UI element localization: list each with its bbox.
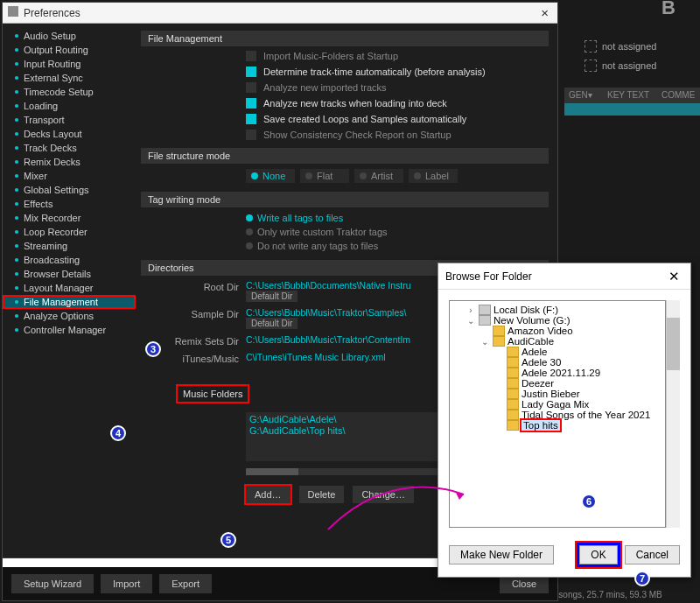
tree-item-local-disk-f[interactable]: ›Local Disk (F:): [452, 305, 663, 315]
app-icon: [8, 6, 18, 17]
import-button[interactable]: Import: [101, 574, 152, 593]
fsm-flat[interactable]: Flat: [300, 169, 349, 183]
tree-scrollbar[interactable]: [666, 300, 680, 528]
check-analyze-imported[interactable]: Analyze new imported tracks: [141, 81, 549, 94]
twm-all[interactable]: Write all tags to files: [246, 211, 549, 225]
folder-tree[interactable]: ›Local Disk (F:) ⌄New Volume (G:) Amazon…: [449, 300, 666, 528]
check-save-loops[interactable]: Save created Loops and Samples automatic…: [141, 113, 549, 125]
cancel-button[interactable]: Cancel: [625, 545, 680, 564]
sidebar-item-loading[interactable]: Loading: [3, 99, 136, 113]
twm-none[interactable]: Do not write any tags to files: [246, 239, 549, 253]
folder-icon: [507, 410, 519, 420]
file-structure-mode-options: None Flat Artist Label: [141, 167, 549, 185]
chevron-down-icon[interactable]: ⌄: [466, 316, 476, 326]
check-analyze-on-load[interactable]: Analyze new tracks when loading into dec…: [141, 97, 549, 109]
make-new-folder-button[interactable]: Make New Folder: [449, 545, 554, 564]
check-import-startup[interactable]: Import Music-Folders at Startup: [141, 50, 549, 62]
folder-icon: [507, 347, 519, 357]
assign-slot-1-box[interactable]: [584, 40, 597, 53]
browse-title: Browse For Folder: [445, 270, 532, 283]
folder-icon: [493, 326, 505, 336]
sidebar-item-streaming[interactable]: Streaming: [3, 239, 136, 253]
assign-slot-1-label: not assigned: [602, 41, 656, 52]
sidebar-item-analyze-options[interactable]: Analyze Options: [3, 309, 136, 323]
close-icon[interactable]: ×: [537, 5, 552, 20]
tree-item-adele-30[interactable]: Adele 30: [452, 357, 663, 368]
tree-item-amazon-video[interactable]: Amazon Video: [452, 326, 663, 336]
ok-button[interactable]: OK: [579, 545, 617, 564]
folder-icon: [507, 399, 519, 410]
browse-for-folder-dialog: Browse For Folder ✕ ›Local Disk (F:) ⌄Ne…: [438, 263, 691, 578]
setup-wizard-button[interactable]: Setup Wizard: [11, 574, 94, 593]
assign-slot-2-label: not assigned: [602, 60, 656, 71]
sidebar-item-broadcasting[interactable]: Broadcasting: [3, 253, 136, 267]
sidebar-item-global-settings[interactable]: Global Settings: [3, 183, 136, 197]
sidebar-item-file-management[interactable]: File Management: [3, 295, 136, 309]
root-dir-default-button[interactable]: Default Dir: [246, 291, 298, 302]
callout-5: 5: [220, 532, 236, 548]
sidebar-item-output-routing[interactable]: Output Routing: [3, 43, 136, 57]
section-file-structure-mode: File structure mode: [141, 148, 549, 164]
sidebar-item-mixer[interactable]: Mixer: [3, 169, 136, 183]
folder-icon: [507, 357, 519, 368]
tree-item-justin-bieber[interactable]: Justin Bieber: [452, 389, 663, 399]
folder-icon: [507, 389, 519, 399]
browser-status-text: 6 songs, 25.7 mins, 59.3 MB: [551, 590, 662, 599]
delete-folder-button[interactable]: Delete: [299, 486, 345, 503]
tree-item-adele[interactable]: Adele: [452, 347, 663, 357]
tree-item-new-volume-g[interactable]: ⌄New Volume (G:): [452, 315, 663, 326]
callout-6: 6: [581, 494, 597, 509]
sidebar-item-layout-manager[interactable]: Layout Manager: [3, 281, 136, 295]
sidebar-item-audio-setup[interactable]: Audio Setup: [3, 29, 136, 43]
browser-selected-row[interactable]: [564, 103, 700, 116]
browser-columns: GEN▾ KEY TEXT COMME: [564, 88, 700, 105]
fsm-none[interactable]: None: [246, 169, 295, 183]
prefs-title: Preferences: [24, 7, 80, 19]
section-file-management: File Management: [141, 31, 549, 46]
check-consistency-report[interactable]: Show Consistency Check Report on Startup: [141, 129, 549, 141]
folder-icon: [507, 368, 519, 378]
tree-item-adele-2021[interactable]: Adele 2021.11.29: [452, 368, 663, 378]
prefs-titlebar[interactable]: Preferences ×: [3, 3, 557, 24]
sidebar-item-track-decks[interactable]: Track Decks: [3, 141, 136, 155]
tree-item-tidal-songs[interactable]: Tidal Songs of the Year 2021: [452, 410, 663, 420]
sample-dir-default-button[interactable]: Default Dir: [246, 318, 298, 329]
sidebar-item-remix-decks[interactable]: Remix Decks: [3, 155, 136, 169]
tree-item-audicable[interactable]: ⌄AudiCable: [452, 336, 663, 347]
export-button[interactable]: Export: [159, 574, 212, 593]
add-folder-button[interactable]: Add…: [246, 486, 290, 503]
prefs-sidebar: Audio Setup Output Routing Input Routing…: [3, 24, 136, 557]
sidebar-item-input-routing[interactable]: Input Routing: [3, 57, 136, 71]
browse-titlebar[interactable]: Browse For Folder ✕: [438, 263, 690, 290]
tree-item-deezer[interactable]: Deezer: [452, 378, 663, 389]
check-determine-track-time[interactable]: Determine track-time automatically (befo…: [141, 66, 549, 78]
callout-4: 4: [110, 425, 126, 441]
sidebar-item-controller-manager[interactable]: Controller Manager: [3, 323, 136, 337]
sidebar-item-effects[interactable]: Effects: [3, 197, 136, 211]
callout-3: 3: [145, 341, 161, 357]
callout-7: 7: [634, 571, 650, 586]
section-tag-writing-mode: Tag writing mode: [141, 192, 549, 207]
twm-custom[interactable]: Only write custom Traktor tags: [246, 225, 549, 239]
fsm-label[interactable]: Label: [409, 169, 458, 183]
change-folder-button[interactable]: Change…: [353, 486, 414, 503]
fsm-artist[interactable]: Artist: [354, 169, 403, 183]
sidebar-item-timecode-setup[interactable]: Timecode Setup: [3, 85, 136, 99]
sidebar-item-external-sync[interactable]: External Sync: [3, 71, 136, 85]
sidebar-item-browser-details[interactable]: Browser Details: [3, 267, 136, 281]
tree-item-top-hits[interactable]: Top hits: [452, 420, 663, 431]
close-icon[interactable]: ✕: [665, 269, 683, 284]
chevron-down-icon[interactable]: ⌄: [480, 337, 490, 347]
section-music-folders: Music Folders: [176, 384, 249, 403]
chevron-right-icon[interactable]: ›: [466, 305, 476, 315]
sidebar-item-decks-layout[interactable]: Decks Layout: [3, 127, 136, 141]
sidebar-item-transport[interactable]: Transport: [3, 113, 136, 127]
assign-slot-2-box[interactable]: [584, 60, 597, 72]
folder-icon: [493, 336, 505, 347]
folder-icon: [507, 420, 519, 431]
tag-writing-mode-options: Write all tags to files Only write custo…: [141, 211, 549, 253]
tree-item-lady-gaga-mix[interactable]: Lady Gaga Mix: [452, 399, 663, 410]
sidebar-item-mix-recorder[interactable]: Mix Recorder: [3, 211, 136, 225]
sidebar-item-loop-recorder[interactable]: Loop Recorder: [3, 225, 136, 239]
drive-icon: [479, 305, 491, 315]
